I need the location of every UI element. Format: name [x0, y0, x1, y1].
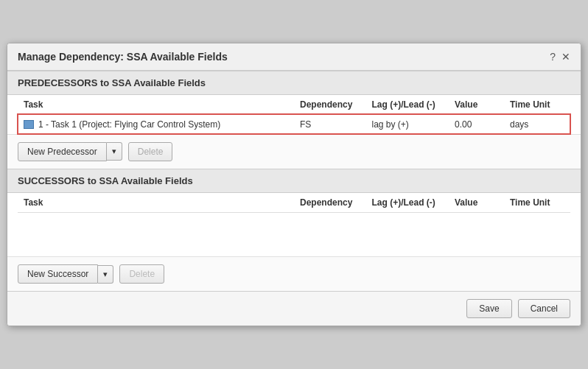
- predecessors-dependency-cell: FS: [294, 114, 366, 134]
- successors-col-value: Value: [449, 193, 504, 213]
- successors-table-header-row: Task Dependency Lag (+)/Lead (-) Value T…: [18, 193, 570, 213]
- successors-table: Task Dependency Lag (+)/Lead (-) Value T…: [18, 193, 570, 257]
- successors-col-time-unit: Time Unit: [504, 193, 570, 213]
- successors-col-dependency: Dependency: [294, 193, 366, 213]
- predecessors-col-lag: Lag (+)/Lead (-): [366, 95, 449, 115]
- predecessors-table-container: Task Dependency Lag (+)/Lead (-) Value T…: [7, 95, 581, 134]
- predecessors-task-cell: 1 - Task 1 (Project: Flying Car Control …: [18, 114, 294, 134]
- dialog-header: Manage Dependency: SSA Available Fields …: [7, 43, 581, 71]
- close-icon[interactable]: ✕: [561, 51, 570, 63]
- successors-btn-area: New Successor ▾ Delete: [7, 256, 581, 291]
- new-predecessor-button[interactable]: New Predecessor: [18, 142, 107, 161]
- predecessors-lag-cell: lag by (+): [366, 114, 449, 134]
- predecessors-delete-button[interactable]: Delete: [128, 142, 173, 161]
- predecessors-col-task: Task: [18, 95, 294, 115]
- successors-section-header: SUCCESSORS to SSA Available Fields: [7, 169, 581, 193]
- successors-empty-row: [18, 212, 570, 256]
- predecessors-col-dependency: Dependency: [294, 95, 366, 115]
- predecessors-table-row[interactable]: 1 - Task 1 (Project: Flying Car Control …: [18, 114, 570, 134]
- dialog-body: PREDECESSORS to SSA Available Fields Tas…: [7, 71, 581, 134]
- predecessors-col-time-unit: Time Unit: [504, 95, 570, 115]
- new-successor-dropdown-button[interactable]: ▾: [98, 265, 113, 284]
- successors-col-lag: Lag (+)/Lead (-): [366, 193, 449, 213]
- successors-table-container: Task Dependency Lag (+)/Lead (-) Value T…: [7, 193, 581, 257]
- save-button[interactable]: Save: [466, 299, 511, 318]
- task-label: 1 - Task 1 (Project: Flying Car Control …: [38, 119, 220, 130]
- help-icon[interactable]: ?: [550, 51, 556, 63]
- new-predecessor-dropdown-button[interactable]: ▾: [107, 142, 122, 161]
- predecessors-col-value: Value: [449, 95, 504, 115]
- predecessors-section-header: PREDECESSORS to SSA Available Fields: [7, 71, 581, 95]
- dialog-title: Manage Dependency: SSA Available Fields: [18, 51, 228, 63]
- new-successor-button[interactable]: New Successor: [18, 264, 98, 284]
- successors-col-task: Task: [18, 193, 294, 213]
- predecessors-value-cell: 0.00: [449, 114, 504, 134]
- task-icon: [24, 120, 34, 129]
- cancel-button[interactable]: Cancel: [518, 299, 570, 318]
- predecessors-time-unit-cell: days: [504, 114, 570, 134]
- predecessors-table-header-row: Task Dependency Lag (+)/Lead (-) Value T…: [18, 95, 570, 115]
- predecessors-table: Task Dependency Lag (+)/Lead (-) Value T…: [18, 95, 570, 134]
- dialog-footer: Save Cancel: [7, 291, 581, 326]
- dialog-header-icons: ? ✕: [550, 51, 570, 63]
- successors-delete-button[interactable]: Delete: [119, 264, 164, 284]
- predecessors-btn-area: New Predecessor ▾ Delete: [7, 134, 581, 169]
- manage-dependency-dialog: Manage Dependency: SSA Available Fields …: [7, 43, 581, 327]
